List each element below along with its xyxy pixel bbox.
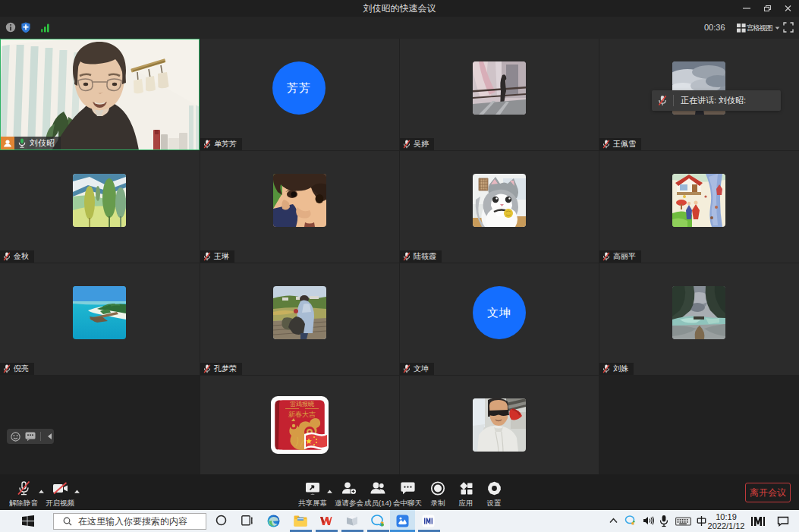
svg-text:新春大吉: 新春大吉 [288,411,316,418]
svg-text:雷鸡报晓: 雷鸡报晓 [290,401,315,408]
